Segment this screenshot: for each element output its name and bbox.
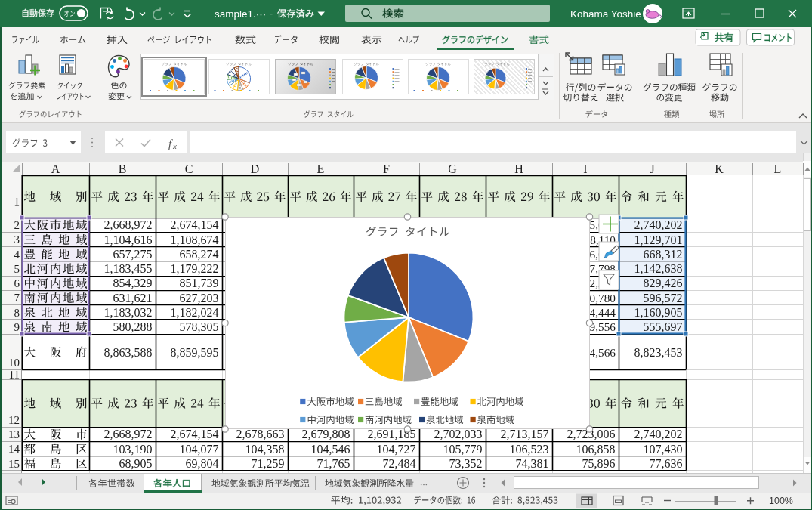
svg-text:-: - (270, 8, 273, 19)
svg-text:sample1.···: sample1.··· (215, 8, 266, 20)
svg-text:100%: 100% (769, 496, 793, 506)
svg-text:Kohama Yoshie: Kohama Yoshie (570, 8, 641, 20)
svg-text:x: x (172, 141, 177, 150)
